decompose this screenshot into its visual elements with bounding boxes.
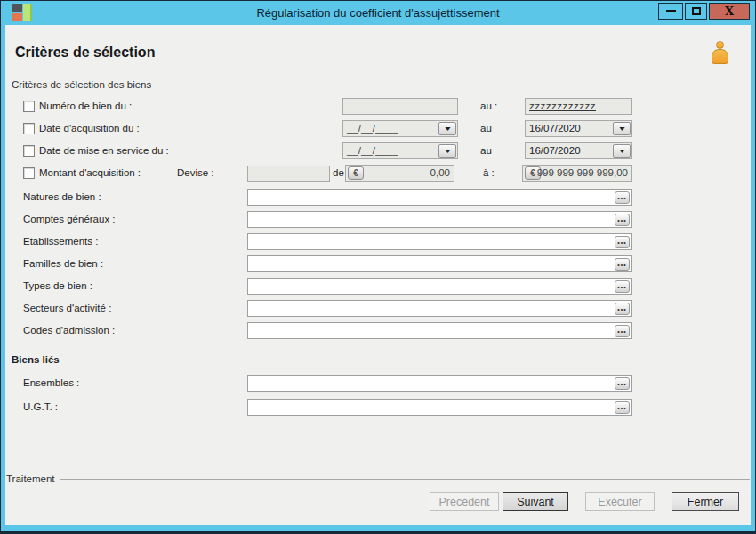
chevron-down-icon: ▼ bbox=[443, 125, 452, 132]
field-label: Ensembles : bbox=[23, 377, 79, 388]
date-acquisition-checkbox[interactable] bbox=[23, 123, 35, 134]
numero-bien-label: Numéro de bien du : bbox=[39, 101, 132, 111]
user-icon bbox=[711, 41, 729, 65]
lookup-button[interactable]: ••• bbox=[615, 303, 630, 315]
date-acquisition-to-select: 16/07/2020 ▼ bbox=[525, 120, 632, 137]
lookup-button[interactable]: ••• bbox=[615, 325, 630, 337]
date-mise-en-service-checkbox[interactable] bbox=[23, 145, 35, 157]
executer-button: Exécuter bbox=[585, 492, 655, 511]
euro-icon: € bbox=[530, 169, 535, 178]
ellipsis-icon: ••• bbox=[617, 239, 626, 246]
page-title: Critères de sélection bbox=[15, 44, 155, 61]
close-icon: X bbox=[725, 5, 734, 17]
lookup-button[interactable]: ••• bbox=[615, 401, 630, 414]
chevron-down-icon: ▼ bbox=[617, 125, 626, 132]
date-acquisition-label: Date d'acquisition du : bbox=[39, 123, 140, 134]
dropdown-button[interactable]: ▼ bbox=[438, 122, 456, 135]
ellipsis-icon: ••• bbox=[617, 405, 626, 411]
dropdown-button[interactable]: ▼ bbox=[438, 144, 456, 158]
ellipsis-icon: ••• bbox=[617, 262, 626, 268]
ellipsis-icon: ••• bbox=[617, 284, 626, 290]
montant-acquisition-label: Montant d'acquisition : bbox=[39, 167, 141, 178]
close-button[interactable]: X bbox=[709, 3, 750, 20]
window-controls: X bbox=[656, 3, 750, 20]
window-title: Régularisation du coefficient d'assujett… bbox=[2, 2, 754, 25]
montant-acquisition-checkbox[interactable] bbox=[23, 167, 35, 179]
ugt-input[interactable]: ••• bbox=[247, 399, 632, 416]
lookup-button[interactable]: ••• bbox=[615, 377, 630, 390]
group-divider bbox=[167, 85, 742, 85]
ellipsis-icon: ••• bbox=[617, 381, 626, 387]
euro-button: € bbox=[348, 166, 364, 180]
lookup-button[interactable]: ••• bbox=[615, 280, 630, 293]
montant-to-input: € 999 999 999 999,00 bbox=[522, 165, 632, 182]
numero-bien-to-label: au : bbox=[480, 101, 497, 111]
familles-de-bien-input[interactable]: ••• bbox=[247, 255, 632, 272]
devise-input bbox=[247, 166, 330, 182]
group-divider bbox=[62, 360, 742, 360]
field-label: Codes d'admission : bbox=[23, 325, 115, 336]
field-label: Types de bien : bbox=[23, 280, 92, 291]
etablissements-input[interactable]: ••• bbox=[247, 233, 632, 250]
dropdown-button[interactable]: ▼ bbox=[613, 122, 631, 135]
precedent-button: Précédent bbox=[430, 492, 499, 511]
montant-from-input: € 0,00 bbox=[345, 165, 454, 182]
euro-icon: € bbox=[353, 169, 358, 178]
date-acquisition-to-label: au bbox=[480, 123, 492, 134]
devise-label: Devise : bbox=[177, 167, 214, 178]
lookup-button[interactable]: ••• bbox=[615, 258, 630, 271]
numero-bien-from-input bbox=[342, 98, 458, 115]
date-mise-en-service-label: Date de mise en service du : bbox=[39, 145, 169, 156]
types-de-bien-input[interactable]: ••• bbox=[247, 278, 632, 295]
field-label: Comptes généraux : bbox=[23, 214, 116, 224]
ellipsis-icon: ••• bbox=[617, 217, 626, 223]
linked-group-label: Biens liés bbox=[12, 354, 60, 365]
lookup-button[interactable]: ••• bbox=[615, 191, 630, 204]
codes-admission-input[interactable]: ••• bbox=[247, 322, 632, 339]
date-service-to-select: 16/07/2020 ▼ bbox=[525, 142, 632, 159]
window: Régularisation du coefficient d'assujett… bbox=[0, 0, 756, 534]
ellipsis-icon: ••• bbox=[617, 328, 626, 335]
chevron-down-icon: ▼ bbox=[617, 148, 626, 154]
field-label: Natures de bien : bbox=[23, 191, 101, 202]
fermer-button[interactable]: Fermer bbox=[672, 492, 739, 511]
comptes-generaux-input[interactable]: ••• bbox=[247, 211, 632, 228]
suivant-button[interactable]: Suivant bbox=[503, 492, 568, 511]
chevron-down-icon: ▼ bbox=[443, 148, 452, 154]
ellipsis-icon: ••• bbox=[617, 306, 626, 312]
selection-group-label: Critères de sélection des biens bbox=[12, 79, 151, 90]
maximize-icon bbox=[692, 7, 701, 15]
field-label: Etablissements : bbox=[23, 236, 98, 247]
field-label: U.G.T. : bbox=[23, 401, 58, 412]
date-service-to-label: au bbox=[480, 145, 492, 156]
traitement-group-label: Traitement bbox=[6, 473, 55, 484]
dropdown-button[interactable]: ▼ bbox=[613, 144, 631, 158]
lookup-button[interactable]: ••• bbox=[615, 214, 630, 226]
montant-to-label: à : bbox=[483, 167, 495, 178]
field-label: Familles de bien : bbox=[23, 258, 103, 269]
natures-de-bien-input[interactable]: ••• bbox=[247, 189, 632, 206]
ellipsis-icon: ••• bbox=[617, 195, 626, 201]
numero-bien-checkbox[interactable] bbox=[23, 101, 35, 112]
minimize-button[interactable] bbox=[658, 3, 683, 20]
ensembles-input[interactable]: ••• bbox=[247, 375, 632, 392]
maximize-button[interactable] bbox=[685, 3, 707, 20]
field-label: Secteurs d'activité : bbox=[23, 303, 111, 313]
minimize-icon bbox=[666, 10, 676, 12]
date-acquisition-from-select: __/__/____ ▼ bbox=[342, 120, 458, 137]
group-divider bbox=[60, 479, 750, 480]
secteurs-activite-input[interactable]: ••• bbox=[247, 300, 632, 317]
titlebar[interactable]: Régularisation du coefficient d'assujett… bbox=[2, 2, 754, 25]
numero-bien-to-input: zzzzzzzzzzzz bbox=[525, 98, 632, 115]
lookup-button[interactable]: ••• bbox=[615, 236, 630, 248]
date-service-from-select: __/__/____ ▼ bbox=[342, 142, 458, 159]
